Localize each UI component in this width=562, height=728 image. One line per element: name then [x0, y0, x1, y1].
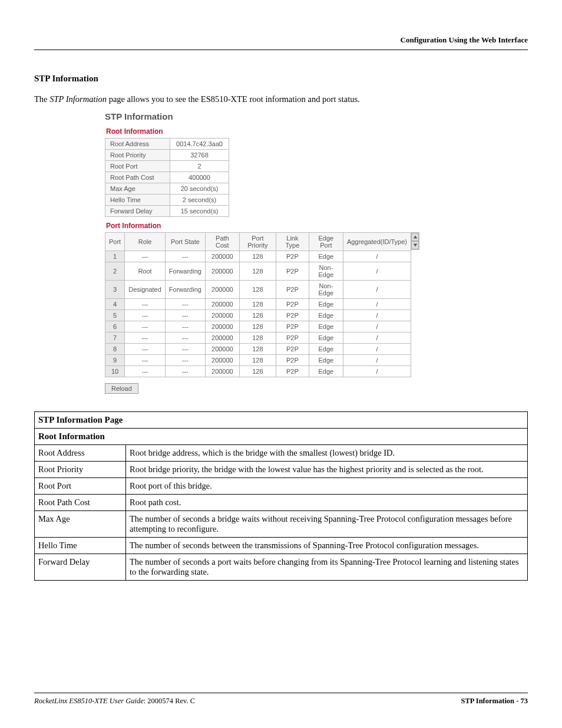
col-cost: Path Cost	[205, 233, 239, 251]
cell-link: P2P	[276, 321, 309, 332]
col-edgeport: Edge Port	[309, 233, 343, 251]
cell-edge: Non-Edge	[309, 262, 343, 281]
scroll-down-button[interactable]	[411, 241, 419, 249]
footer-revision: : 2000574 Rev. C	[144, 697, 195, 705]
cell-state: ---	[165, 332, 205, 344]
cell-agg: /	[343, 299, 411, 310]
desc-label: Root Path Cost	[35, 495, 126, 511]
cell-edge: Edge	[309, 366, 343, 377]
desc-title-row: STP Information Page	[35, 412, 528, 429]
root-value: 15 second(s)	[170, 206, 229, 217]
cell-link: P2P	[276, 251, 309, 262]
table-row: 10------200000128P2PEdge/	[105, 366, 411, 377]
cell-port: 6	[105, 321, 125, 332]
intro-text: The STP Information page allows you to s…	[34, 94, 528, 104]
cell-prio: 128	[239, 281, 276, 299]
cell-prio: 128	[239, 366, 276, 377]
root-value: 400000	[170, 172, 229, 183]
cell-role: ---	[125, 321, 166, 332]
root-value: 2	[170, 161, 229, 172]
root-value: 32768	[170, 150, 229, 161]
desc-text: Root path cost.	[126, 495, 528, 511]
cell-port: 10	[105, 366, 125, 377]
table-row: Forward DelayThe number of seconds a por…	[35, 554, 528, 581]
cell-cost: 200000	[205, 344, 239, 355]
svg-marker-1	[413, 244, 416, 247]
cell-agg: /	[343, 366, 411, 377]
cell-cost: 200000	[205, 281, 239, 299]
desc-text: Root port of this bridge.	[126, 478, 528, 495]
footer-guide-name: RocketLinx ES8510-XTE User Guide	[34, 697, 144, 705]
desc-text: The number of seconds a port waits befor…	[126, 554, 528, 581]
root-value: 2 second(s)	[170, 195, 229, 206]
cell-edge: Edge	[309, 251, 343, 262]
cell-role: Root	[125, 262, 166, 281]
cell-port: 5	[105, 310, 125, 321]
cell-prio: 128	[239, 332, 276, 344]
cell-cost: 200000	[205, 332, 239, 344]
table-row: Root PortRoot port of this bridge.	[35, 478, 528, 495]
root-info-table: Root Address0014.7c42.3aa0 Root Priority…	[105, 138, 229, 217]
cell-cost: 200000	[205, 355, 239, 366]
cell-state: ---	[165, 251, 205, 262]
cell-state: Forwarding	[165, 281, 205, 299]
section-title: STP Information	[34, 74, 528, 84]
desc-text: Root bridge priority, the bridge with th…	[126, 462, 528, 478]
cell-agg: /	[343, 344, 411, 355]
cell-port: 1	[105, 251, 125, 262]
page-header-right: Configuration Using the Web Interface	[34, 35, 528, 45]
cell-state: ---	[165, 321, 205, 332]
cell-prio: 128	[239, 355, 276, 366]
chevron-up-icon	[413, 235, 418, 239]
cell-port: 4	[105, 299, 125, 310]
chevron-down-icon	[413, 243, 418, 248]
cell-state: ---	[165, 310, 205, 321]
cell-edge: Edge	[309, 355, 343, 366]
cell-cost: 200000	[205, 321, 239, 332]
cell-edge: Edge	[309, 299, 343, 310]
table-row: 8------200000128P2PEdge/	[105, 344, 411, 355]
root-value: 0014.7c42.3aa0	[170, 139, 229, 150]
port-info-heading: Port Information	[106, 222, 528, 230]
cell-role: ---	[125, 299, 166, 310]
port-info-table: Port Role Port State Path Cost Port Prio…	[105, 232, 411, 377]
desc-text: The number of seconds a bridge waits wit…	[126, 511, 528, 538]
cell-agg: /	[343, 310, 411, 321]
table-row: 7------200000128P2PEdge/	[105, 332, 411, 344]
col-linktype: Link Type	[276, 233, 309, 251]
col-role: Role	[125, 233, 166, 251]
col-port: Port	[105, 233, 125, 251]
cell-prio: 128	[239, 262, 276, 281]
cell-state: ---	[165, 344, 205, 355]
root-info-heading: Root Information	[106, 127, 528, 136]
table-header-row: Port Role Port State Path Cost Port Prio…	[105, 233, 411, 251]
intro-italic: STP Information	[49, 94, 107, 104]
footer-left: RocketLinx ES8510-XTE User Guide: 200057…	[34, 697, 195, 706]
cell-role: Designated	[125, 281, 166, 299]
reload-button[interactable]: Reload	[105, 383, 138, 394]
table-row: Root Priority32768	[105, 150, 229, 161]
cell-prio: 128	[239, 344, 276, 355]
header-rule	[34, 50, 528, 50]
cell-prio: 128	[239, 251, 276, 262]
root-value: 20 second(s)	[170, 183, 229, 195]
scrollbar[interactable]	[411, 232, 419, 250]
root-label: Root Address	[105, 139, 170, 150]
cell-link: P2P	[276, 281, 309, 299]
cell-port: 3	[105, 281, 125, 299]
cell-port: 2	[105, 262, 125, 281]
desc-label: Root Port	[35, 478, 126, 495]
desc-text: Root bridge address, which is the bridge…	[126, 445, 528, 462]
cell-state: ---	[165, 366, 205, 377]
table-row: Root AddressRoot bridge address, which i…	[35, 445, 528, 462]
cell-link: P2P	[276, 366, 309, 377]
cell-port: 8	[105, 344, 125, 355]
col-priority: Port Priority	[239, 233, 276, 251]
table-row: 3DesignatedForwarding200000128P2PNon-Edg…	[105, 281, 411, 299]
desc-label: Root Priority	[35, 462, 126, 478]
root-label: Root Port	[105, 161, 170, 172]
cell-cost: 200000	[205, 262, 239, 281]
port-table-wrap: Port Role Port State Path Cost Port Prio…	[105, 232, 528, 377]
description-table: STP Information Page Root Information Ro…	[34, 411, 528, 581]
scroll-up-button[interactable]	[411, 233, 419, 241]
